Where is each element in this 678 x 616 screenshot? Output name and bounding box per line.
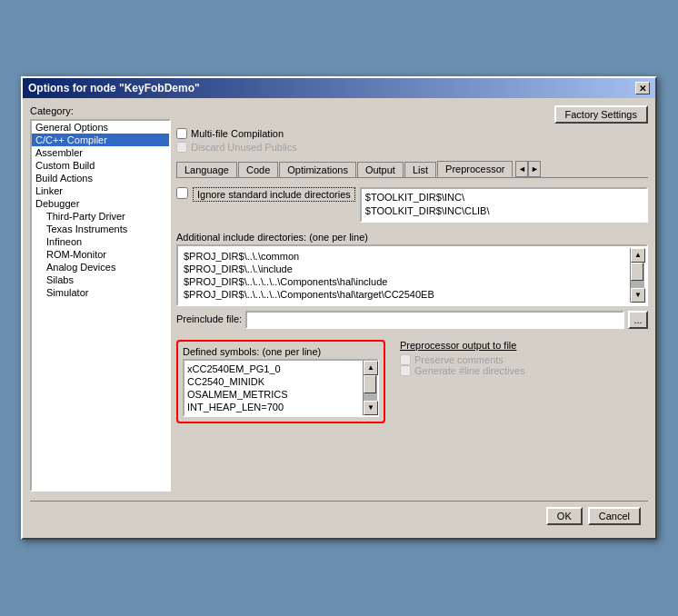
category-item-third-party-driver[interactable]: Third-Party Driver (32, 210, 169, 223)
dialog-body: Category: General OptionsC/C++ CompilerA… (23, 98, 655, 538)
multi-file-item: Multi-file Compilation (176, 128, 648, 139)
additional-dirs-section: Additional include directories: (one per… (176, 232, 648, 306)
category-item-custom-build[interactable]: Custom Build (32, 159, 169, 172)
category-item-analog-devices[interactable]: Analog Devices (32, 261, 169, 273)
multi-file-checkbox[interactable] (176, 128, 187, 139)
discard-unused-checkbox[interactable] (176, 142, 187, 153)
category-item-debugger[interactable]: Debugger (32, 197, 169, 210)
tab-code[interactable]: Code (238, 162, 278, 177)
factory-settings-button[interactable]: Factory Settings (554, 105, 648, 124)
discard-unused-label: Discard Unused Publics (191, 142, 297, 153)
bottom-section: Defined symbols: (one per line) xCC2540E… (176, 340, 648, 423)
additional-dirs-content: $PROJ_DIR$\..\.\common$PROJ_DIR$\..\.\in… (180, 248, 644, 303)
scroll-down-btn[interactable]: ▼ (631, 288, 645, 303)
category-list[interactable]: General OptionsC/C++ CompilerAssemblerCu… (30, 119, 171, 492)
tab-nav-left[interactable]: ◄ (515, 161, 528, 177)
additional-dirs-scrollbar[interactable]: ▲ ▼ (630, 248, 644, 303)
tab-optimizations[interactable]: Optimizations (279, 162, 356, 177)
toolkit-dirs-box: $TOOLKIT_DIR$\INC\$TOOLKIT_DIR$\INC\CLIB… (360, 187, 648, 223)
sidebar: Category: General OptionsC/C++ CompilerA… (30, 105, 171, 492)
category-item-infineon[interactable]: Infineon (32, 235, 169, 248)
preinclude-input[interactable] (245, 311, 624, 329)
cancel-button[interactable]: Cancel (588, 507, 641, 525)
generate-directives-label: Generate #line directives (414, 365, 525, 376)
defined-scroll-track (364, 375, 377, 401)
tabs-row: LanguageCodeOptimizationsOutputListPrepr… (176, 161, 648, 178)
category-item-simulator[interactable]: Simulator (32, 286, 169, 299)
category-item-texas-instruments[interactable]: Texas Instruments (32, 223, 169, 235)
category-item-linker[interactable]: Linker (32, 184, 169, 197)
defined-scroll-thumb[interactable] (364, 375, 376, 393)
dialog-bottom: OK Cancel (30, 501, 648, 531)
main-content: Category: General OptionsC/C++ CompilerA… (30, 105, 648, 492)
category-item-build-actions[interactable]: Build Actions (32, 172, 169, 184)
scroll-track (631, 263, 644, 288)
tab-language[interactable]: Language (176, 162, 237, 177)
ignore-standard-checkbox[interactable] (176, 187, 188, 199)
preinclude-label: Preinclude file: (176, 313, 242, 324)
scroll-thumb[interactable] (631, 263, 643, 281)
category-item-silabs[interactable]: Silabs (32, 273, 169, 286)
defined-symbols-inner[interactable]: xCC2540EM_PG1_0CC2540_MINIDKOSALMEM_METR… (183, 359, 379, 417)
ignore-standard-label[interactable]: Ignore standard include directories (193, 187, 355, 202)
preprocessor-output-section: Preprocessor output to file Preserve com… (393, 340, 648, 423)
tab-nav-right[interactable]: ► (528, 161, 541, 177)
preserve-comments-checkbox[interactable] (400, 354, 411, 365)
defined-scroll-up-btn[interactable]: ▲ (364, 361, 378, 375)
ignore-standard-row: Ignore standard include directories $TOO… (176, 187, 648, 223)
additional-dirs-listbox[interactable]: $PROJ_DIR$\..\.\common$PROJ_DIR$\..\.\in… (176, 244, 648, 306)
defined-symbols-section: Defined symbols: (one per line) xCC2540E… (176, 340, 385, 423)
title-bar: Options for node "KeyFobDemo" ✕ (23, 78, 655, 98)
tab-preprocessor[interactable]: Preprocessor (437, 161, 513, 177)
checkboxes-section: Multi-file Compilation Discard Unused Pu… (176, 128, 648, 153)
tab-list[interactable]: List (404, 162, 436, 177)
scroll-up-btn[interactable]: ▲ (631, 248, 645, 263)
preinclude-browse-button[interactable]: ... (628, 311, 648, 329)
defined-symbols-lines: xCC2540EM_PG1_0CC2540_MINIDKOSALMEM_METR… (184, 361, 363, 415)
preserve-comments-item: Preserve comments (400, 354, 648, 365)
category-item-assembler[interactable]: Assembler (32, 146, 169, 159)
additional-dirs-label: Additional include directories: (one per… (176, 232, 648, 243)
category-label: Category: (30, 105, 171, 116)
defined-symbols-label: Defined symbols: (one per line) (183, 346, 379, 357)
category-item-c-cpp-compiler[interactable]: C/C++ Compiler (32, 134, 169, 146)
defined-scroll-down-btn[interactable]: ▼ (364, 401, 378, 415)
preinclude-row: Preinclude file: ... (176, 311, 648, 329)
multi-file-label: Multi-file Compilation (191, 128, 284, 139)
generate-directives-item: Generate #line directives (400, 365, 648, 376)
factory-settings-row: Factory Settings (176, 105, 648, 124)
preserve-comments-label: Preserve comments (414, 354, 504, 365)
generate-directives-checkbox[interactable] (400, 365, 411, 376)
tab-output[interactable]: Output (357, 162, 404, 177)
additional-dirs-lines: $PROJ_DIR$\..\.\common$PROJ_DIR$\..\.\in… (180, 248, 630, 303)
right-panel: Factory Settings Multi-file Compilation … (176, 105, 648, 492)
category-item-general-options[interactable]: General Options (32, 121, 169, 134)
ok-button[interactable]: OK (546, 507, 583, 525)
options-dialog: Options for node "KeyFobDemo" ✕ Category… (21, 76, 657, 540)
category-item-rom-monitor[interactable]: ROM-Monitor (32, 248, 169, 261)
dialog-title: Options for node "KeyFobDemo" (28, 82, 200, 94)
defined-symbols-scrollbar[interactable]: ▲ ▼ (363, 361, 377, 415)
preprocessor-output-title: Preprocessor output to file (400, 340, 648, 351)
close-button[interactable]: ✕ (635, 82, 650, 94)
discard-unused-item: Discard Unused Publics (176, 142, 648, 153)
